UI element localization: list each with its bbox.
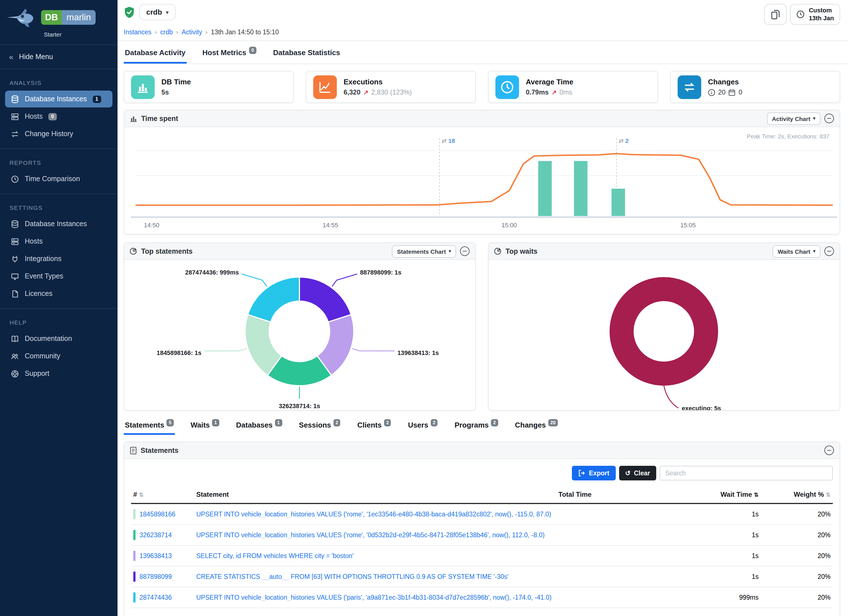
- sidebar-item-integrations[interactable]: Integrations: [5, 250, 113, 267]
- statement-color-bar: [133, 592, 135, 603]
- statement-id-link[interactable]: 287474436: [139, 594, 172, 601]
- detail-tab-sessions[interactable]: Sessions 2: [298, 420, 342, 435]
- copy-button[interactable]: [765, 4, 787, 25]
- app-window: DB marlin Starter « Hide Menu ANALYSIS D…: [0, 0, 848, 616]
- detail-tab-badge: 2: [333, 419, 340, 426]
- chevron-down-icon: ▾: [813, 249, 815, 254]
- detail-tab-waits[interactable]: Waits 1: [190, 420, 221, 435]
- top-statements-donut[interactable]: 887898099: 1s139638413: 1s326238714: 1s1…: [124, 260, 475, 410]
- kpi-changes-count: 20: [718, 88, 726, 96]
- kpi-value: 0.79ms: [526, 88, 549, 96]
- kpi-card-executions[interactable]: Executions 6,320↗2,830 (123%): [306, 71, 476, 103]
- sidebar-item-support[interactable]: Support: [5, 365, 113, 382]
- statement-link[interactable]: CREATE STATISTICS __auto__ FROM [63] WIT…: [196, 573, 554, 580]
- sidebar-item-hosts[interactable]: Hosts: [5, 233, 113, 250]
- statements-chart-dropdown[interactable]: Statements Chart ▾: [392, 245, 456, 257]
- wait-time-value: 1s: [675, 545, 761, 566]
- breadcrumb-link[interactable]: Instances: [124, 29, 151, 36]
- kpi-card-changes[interactable]: Changes 20 0: [670, 71, 840, 103]
- sidebar-item-community[interactable]: Community: [5, 348, 113, 365]
- statement-id-link[interactable]: 887898099: [139, 573, 172, 580]
- collapse-panel-button[interactable]: [824, 246, 834, 256]
- time-spent-chart[interactable]: ⇄ 18⇄ 214:5014:5515:0015:05: [127, 131, 836, 233]
- sort-icon[interactable]: ⇅: [826, 492, 830, 498]
- time-spent-panel: Time spent Activity Chart ▾ Peak Time: 2…: [124, 110, 840, 235]
- sidebar-item-change-history[interactable]: Change History: [5, 125, 113, 142]
- logo: DB marlin Starter: [0, 0, 117, 45]
- activity-chart-dropdown[interactable]: Activity Chart ▾: [767, 112, 820, 125]
- time-range-mode: Custom: [809, 7, 834, 14]
- kpi-card-db-time[interactable]: DB Time 5s: [124, 71, 294, 103]
- statement-link[interactable]: SELECT city, id FROM vehicles WHERE city…: [196, 552, 554, 559]
- detail-tab-changes[interactable]: Changes 20: [514, 420, 559, 435]
- detail-tab-programs[interactable]: Programs 2: [454, 420, 500, 435]
- sidebar-item-event-types[interactable]: Event Types: [5, 268, 113, 285]
- statement-link[interactable]: UPSERT INTO vehicle_location_histories V…: [196, 511, 554, 518]
- wait-time-value: 1s: [675, 503, 761, 525]
- svg-text:887898099: 1s: 887898099: 1s: [360, 269, 401, 276]
- statements-table-body: 1845898166 UPSERT INTO vehicle_location_…: [131, 503, 833, 608]
- instance-selector[interactable]: crdb ▾: [139, 4, 175, 20]
- hide-menu-button[interactable]: « Hide Menu: [0, 45, 117, 69]
- detail-tab-users[interactable]: Users 2: [407, 420, 439, 435]
- collapse-panel-button[interactable]: [824, 445, 834, 455]
- sidebar-item-label: Licences: [25, 290, 53, 298]
- collapse-panel-button[interactable]: [824, 114, 834, 123]
- export-button[interactable]: Export: [572, 466, 615, 481]
- statement-id-link[interactable]: 326238714: [139, 531, 172, 538]
- clear-button[interactable]: ↺ Clear: [619, 466, 656, 481]
- collapse-panel-button[interactable]: [460, 246, 470, 256]
- sidebar-item-database-instances[interactable]: Database Instances 1: [5, 91, 113, 107]
- table-row: 887898099 CREATE STATISTICS __auto__ FRO…: [131, 566, 833, 587]
- statement-id-link[interactable]: 1845898166: [139, 511, 175, 518]
- search-input[interactable]: [660, 466, 833, 481]
- col-weight[interactable]: Weight % ⇅: [761, 486, 833, 503]
- sidebar-item-label: Database Instances: [25, 95, 87, 103]
- tab-host-metrics[interactable]: Host Metrics 0: [201, 47, 258, 64]
- detail-tab-clients[interactable]: Clients 2: [356, 420, 392, 435]
- sidebar-item-licences[interactable]: Licences: [5, 285, 113, 302]
- bar-chart-icon: [131, 75, 155, 99]
- sidebar-item-label: Event Types: [25, 272, 63, 280]
- time-range-button[interactable]: Custom 13th Jan: [790, 4, 840, 25]
- statements-title: Statements: [141, 447, 179, 454]
- hide-menu-label: Hide Menu: [19, 53, 53, 61]
- sidebar-item-documentation[interactable]: Documentation: [5, 330, 113, 347]
- detail-tab-statements[interactable]: Statements 5: [124, 420, 175, 435]
- col-total-time[interactable]: Total Time: [556, 486, 675, 503]
- kpi-value: 6,320: [344, 88, 360, 96]
- sidebar-item-label: Change History: [25, 130, 73, 138]
- sidebar-item-time-comparison[interactable]: Time Comparison: [5, 171, 113, 187]
- clock-icon: [495, 75, 519, 99]
- col-wait-time[interactable]: Wait Time ⇅: [675, 486, 761, 503]
- waits-chart-dropdown[interactable]: Waits Chart ▾: [772, 245, 820, 257]
- kpi-card-average-time[interactable]: Average Time 0.79ms↗0ms: [488, 71, 658, 103]
- clock-icon: [10, 174, 19, 183]
- sort-icon-active[interactable]: ⇅: [754, 492, 759, 498]
- col-id[interactable]: # ⇅: [131, 486, 194, 503]
- breadcrumb-link[interactable]: Activity: [182, 29, 202, 36]
- col-statement[interactable]: Statement: [194, 486, 556, 503]
- info-icon: [708, 89, 715, 96]
- chevron-down-icon: ▾: [449, 249, 451, 254]
- pie-chart-icon: [130, 248, 137, 255]
- detail-tab-databases[interactable]: Databases 1: [235, 420, 283, 435]
- sidebar-item-hosts[interactable]: Hosts 0: [5, 108, 113, 125]
- tab-database-activity[interactable]: Database Activity: [124, 47, 187, 64]
- statement-link[interactable]: UPSERT INTO vehicle_location_histories V…: [196, 531, 554, 538]
- sort-icon[interactable]: ⇅: [139, 492, 144, 498]
- content: DB Time 5s Executions 6,320↗2,830 (123%)…: [117, 64, 848, 616]
- svg-text:326238714: 1s: 326238714: 1s: [279, 402, 320, 410]
- sidebar-item-database-instances[interactable]: Database Instances: [5, 215, 113, 232]
- sidebar-item-label: Hosts: [25, 237, 43, 245]
- breadcrumb-link[interactable]: crdb: [160, 29, 173, 36]
- statement-color-bar: [133, 551, 135, 561]
- tab-database-statistics[interactable]: Database Statistics: [272, 47, 341, 64]
- kpi-title: Changes: [708, 78, 742, 86]
- detail-tab-badge: 20: [548, 419, 558, 426]
- sidebar-item-label: Documentation: [25, 335, 72, 343]
- statement-link[interactable]: UPSERT INTO vehicle_location_histories V…: [196, 594, 554, 601]
- tab-badge: 0: [249, 47, 256, 54]
- top-waits-donut[interactable]: executing: 5s: [489, 260, 839, 410]
- statement-id-link[interactable]: 139638413: [139, 552, 172, 559]
